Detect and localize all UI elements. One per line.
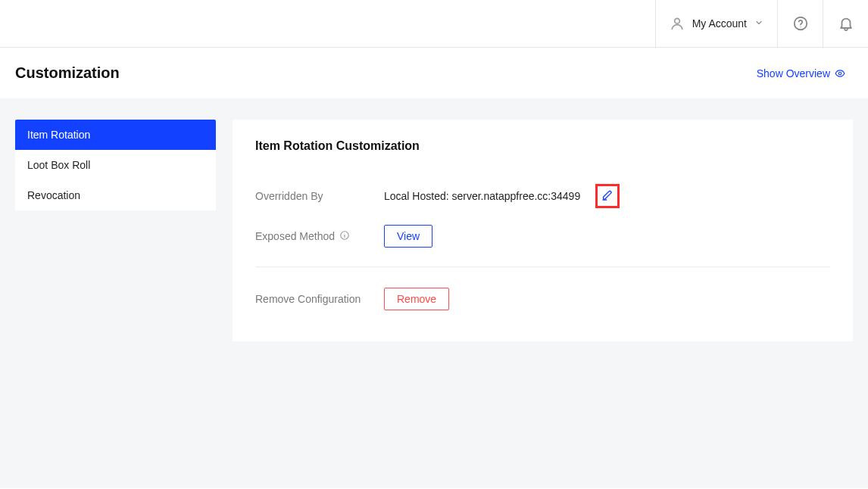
remove-button[interactable]: Remove <box>384 288 449 310</box>
view-button[interactable]: View <box>384 225 432 248</box>
account-label: My Account <box>692 17 747 30</box>
show-overview-link[interactable]: Show Overview <box>757 67 845 79</box>
show-overview-label: Show Overview <box>757 67 830 79</box>
bell-icon <box>838 15 854 32</box>
svg-point-2 <box>800 26 801 27</box>
row-exposed-method: Exposed Method View <box>255 216 830 256</box>
eye-icon <box>835 68 845 79</box>
remove-config-label: Remove Configuration <box>255 293 384 305</box>
pencil-icon <box>601 189 614 204</box>
sidebar: Item Rotation Loot Box Roll Revocation <box>15 120 216 210</box>
overridden-by-label: Overridden By <box>255 190 384 202</box>
sidebar-item-label: Revocation <box>27 189 80 201</box>
notifications-button[interactable] <box>823 0 868 47</box>
sidebar-item-item-rotation[interactable]: Item Rotation <box>15 120 216 150</box>
edit-overridden-by-button[interactable] <box>595 184 620 208</box>
help-button[interactable] <box>777 0 823 47</box>
account-menu[interactable]: My Account <box>655 0 777 47</box>
sidebar-item-revocation[interactable]: Revocation <box>15 180 216 210</box>
info-icon <box>339 230 350 243</box>
row-remove-config: Remove Configuration Remove <box>255 279 830 319</box>
page-header: Customization Show Overview <box>0 48 868 98</box>
help-icon <box>792 15 809 32</box>
exposed-method-label: Exposed Method <box>255 230 335 242</box>
sidebar-item-label: Item Rotation <box>27 129 90 141</box>
sidebar-item-label: Loot Box Roll <box>27 159 90 171</box>
sidebar-item-loot-box-roll[interactable]: Loot Box Roll <box>15 150 216 180</box>
content-area: Item Rotation Loot Box Roll Revocation I… <box>0 98 868 488</box>
panel-title: Item Rotation Customization <box>255 139 830 153</box>
page-title: Customization <box>15 64 120 82</box>
overridden-by-value: Local Hosted: server.natappfree.cc:34499 <box>384 190 580 202</box>
svg-point-6 <box>345 233 345 234</box>
user-icon <box>670 16 685 31</box>
topbar: My Account <box>0 0 868 48</box>
chevron-down-icon <box>754 17 763 30</box>
main-panel: Item Rotation Customization Overridden B… <box>233 120 853 341</box>
divider <box>255 266 830 267</box>
svg-point-0 <box>674 18 679 23</box>
svg-point-3 <box>838 72 841 75</box>
row-overridden-by: Overridden By Local Hosted: server.natap… <box>255 176 830 216</box>
